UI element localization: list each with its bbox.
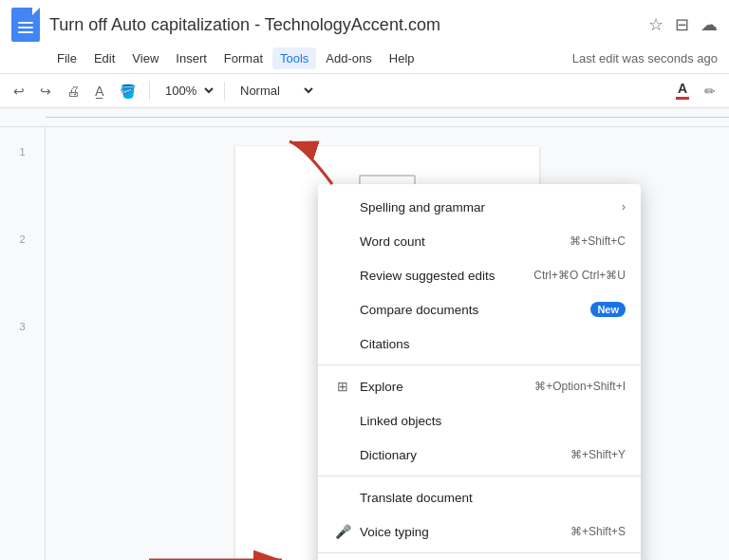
page-number-1: 1 [19, 146, 25, 158]
citations-label: Citations [360, 337, 626, 351]
text-color-bar [676, 97, 689, 100]
folder-icon[interactable]: ⊟ [675, 14, 689, 35]
voice-typing-label: Voice typing [360, 525, 563, 539]
toolbar-sep-1 [149, 82, 150, 101]
redo-button[interactable]: ↪ [34, 80, 57, 103]
toolbar: ↩ ↪ 🖨 A̲ 🪣 100% 75% 50% 125% 150% Normal… [0, 73, 729, 108]
spelling-arrow: › [622, 200, 626, 214]
toolbar-sep-2 [224, 82, 225, 101]
menu-view[interactable]: View [124, 47, 166, 69]
title-icon-group: ☆ ⊟ ☁ [648, 14, 718, 35]
menu-explore[interactable]: ⊞ Explore ⌘+Option+Shift+I [318, 369, 641, 403]
style-select[interactable]: Normal Heading 1 Heading 2 [233, 81, 316, 101]
menu-file[interactable]: File [49, 47, 84, 69]
mic-icon: 🎤 [333, 524, 352, 539]
paint-format-button[interactable]: 🪣 [114, 80, 141, 103]
voice-typing-shortcut: ⌘+Shift+S [570, 525, 626, 538]
linked-objects-label: Linked objects [360, 414, 626, 428]
compare-docs-label: Compare documents [360, 303, 583, 317]
menu-citations[interactable]: Citations [318, 327, 641, 361]
review-edits-label: Review suggested edits [360, 269, 526, 283]
zoom-select[interactable]: 100% 75% 50% 125% 150% [158, 81, 216, 101]
content-area: 1 2 3 Spelling and grammar › Word count … [0, 127, 729, 560]
text-color-button[interactable]: A [670, 78, 695, 103]
review-edits-shortcut: Ctrl+⌘O Ctrl+⌘U [533, 269, 626, 282]
dictionary-label: Dictionary [360, 448, 563, 462]
translate-label: Translate document [360, 491, 626, 505]
print-button[interactable]: 🖨 [61, 80, 85, 103]
undo-button[interactable]: ↩ [8, 80, 30, 103]
document-title: Turn off Auto capitalization - Technolog… [49, 15, 639, 35]
menu-compare-docs[interactable]: Compare documents New [318, 292, 641, 327]
star-icon[interactable]: ☆ [648, 14, 664, 35]
ruler-line [46, 117, 729, 118]
menu-format[interactable]: Format [216, 47, 271, 69]
new-badge: New [590, 302, 626, 317]
explore-label: Explore [360, 380, 527, 394]
menu-bar: File Edit View Insert Format Tools Add-o… [0, 46, 729, 73]
menu-tools[interactable]: Tools [272, 47, 316, 69]
page-sidebar: 1 2 3 [0, 127, 46, 560]
spellcheck-button[interactable]: A̲ [89, 80, 110, 103]
dictionary-shortcut: ⌘+Shift+Y [570, 448, 626, 461]
menu-dictionary[interactable]: Dictionary ⌘+Shift+Y [318, 438, 641, 472]
separator-3 [318, 552, 641, 553]
doc-icon [11, 8, 40, 42]
toolbar-right: A ✏ [670, 78, 721, 103]
menu-insert[interactable]: Insert [168, 47, 215, 69]
menu-review-edits[interactable]: Review suggested edits Ctrl+⌘O Ctrl+⌘U [318, 258, 641, 292]
spelling-grammar-label: Spelling and grammar [360, 200, 622, 215]
text-a-label: A [678, 82, 687, 95]
menu-linked-objects[interactable]: Linked objects [318, 403, 641, 438]
cloud-icon[interactable]: ☁ [701, 14, 718, 35]
tools-dropdown: Spelling and grammar › Word count ⌘+Shif… [318, 184, 641, 560]
word-count-shortcut: ⌘+Shift+C [570, 234, 626, 248]
menu-edit[interactable]: Edit [86, 47, 122, 69]
separator-1 [318, 364, 641, 365]
menu-word-count[interactable]: Word count ⌘+Shift+C [318, 224, 641, 258]
menu-translate[interactable]: Translate document [318, 480, 641, 514]
last-edit-status: Last edit was seconds ago [572, 51, 718, 65]
explore-shortcut: ⌘+Option+Shift+I [534, 380, 626, 393]
ruler [0, 108, 729, 127]
menu-addons[interactable]: Add-ons [318, 47, 379, 69]
page-number-3: 3 [19, 321, 25, 332]
menu-voice-typing[interactable]: 🎤 Voice typing ⌘+Shift+S [318, 514, 641, 549]
page-number-2: 2 [19, 233, 25, 245]
title-bar: Turn off Auto capitalization - Technolog… [0, 0, 729, 46]
menu-help[interactable]: Help [382, 47, 422, 69]
pencil-button[interactable]: ✏ [699, 80, 721, 103]
explore-icon: ⊞ [333, 379, 352, 394]
menu-spelling-grammar[interactable]: Spelling and grammar › [318, 190, 641, 224]
separator-2 [318, 476, 641, 476]
word-count-label: Word count [360, 234, 562, 249]
